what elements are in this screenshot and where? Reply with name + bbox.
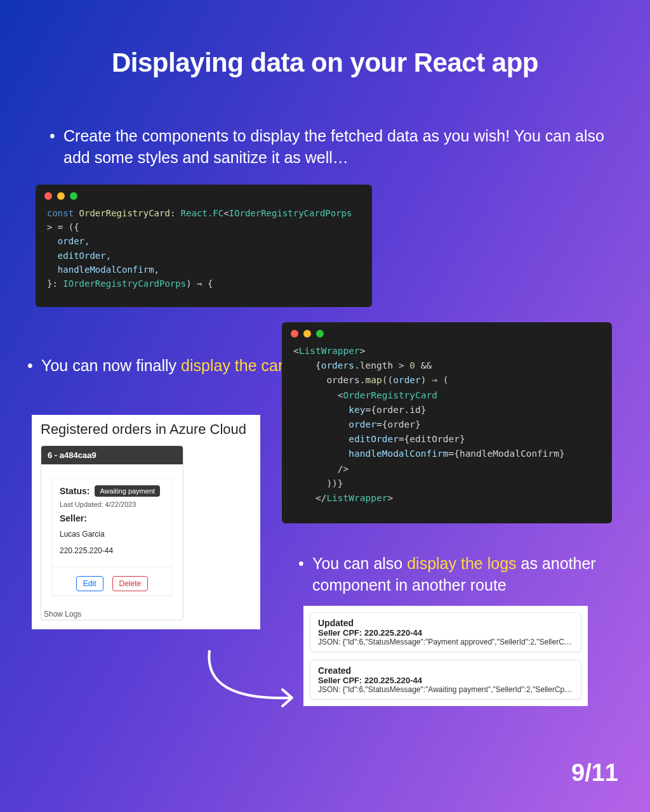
code-block-1: const OrderRegistryCard: React.FC<IOrder… [36,206,372,298]
edit-button[interactable]: Edit [76,576,103,591]
close-icon [44,192,52,200]
arrow-icon [197,644,311,720]
last-updated: Last Updated: 4/22/2023 [60,501,164,508]
delete-button[interactable]: Delete [112,576,149,591]
log-status: Updated [318,618,573,628]
log-entry: Created Seller CPF: 220.225.220-44 JSON:… [310,660,581,700]
bullet-display-logs: You can also display the logs as another… [312,553,623,596]
page-counter: 9/11 [571,759,618,787]
page-title: Displaying data on your React app [0,0,650,78]
log-entry: Updated Seller CPF: 220.225.220-44 JSON:… [310,612,581,652]
card-panel-title: Registered orders in Azure Cloud [41,421,251,438]
bullet-intro: Create the components to display the fet… [63,126,612,169]
code-window-component: const OrderRegistryCard: React.FC<IOrder… [36,185,372,307]
log-status: Created [318,665,573,676]
bullet-display-card: You can now finally display the card [41,355,292,377]
maximize-icon [70,192,77,200]
order-card: 6 - a484caa9 Status: Awaiting payment La… [41,445,183,620]
traffic-lights [282,322,612,344]
status-badge: Awaiting payment [95,485,160,497]
status-label: Status: [60,486,90,496]
log-json: JSON: {"Id":6,"StatusMessage":"Payment a… [318,638,573,646]
logs-demo-panel: Updated Seller CPF: 220.225.220-44 JSON:… [303,606,588,706]
traffic-lights [36,185,372,206]
order-card-header: 6 - a484caa9 [41,446,183,464]
seller-cpf: 220.225.220-44 [60,546,164,555]
minimize-icon [57,192,65,200]
code-window-list: <ListWrapper> {orders.length > 0 && orde… [282,322,612,523]
seller-name: Lucas Garcia [60,530,164,539]
log-json: JSON: {"Id":6,"StatusMessage":"Awaiting … [318,685,573,694]
code-block-2: <ListWrapper> {orders.length > 0 && orde… [282,344,612,512]
log-seller: Seller CPF: 220.225.220-44 [318,628,573,638]
maximize-icon [316,330,324,337]
close-icon [291,330,298,337]
minimize-icon [303,330,311,337]
log-seller: Seller CPF: 220.225.220-44 [318,676,573,685]
seller-label: Seller: [60,513,164,523]
show-logs-link[interactable]: Show Logs [41,602,183,620]
card-demo-panel: Registered orders in Azure Cloud 6 - a48… [32,415,260,629]
